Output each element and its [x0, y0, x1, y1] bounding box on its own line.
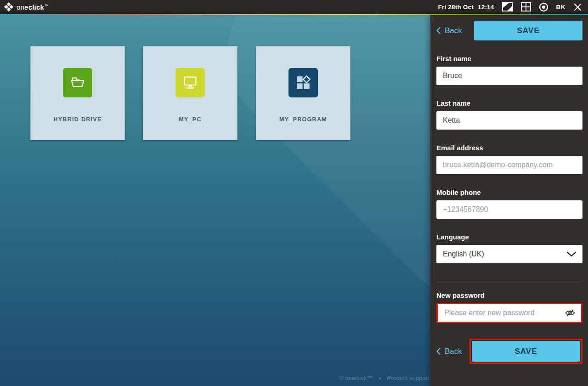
- copyright-text: © oneclick™: [339, 375, 373, 381]
- section-divider: [436, 280, 582, 280]
- annotation-highlight-save: SAVE: [469, 339, 582, 364]
- top-bar: oneclick™ Fri 28th Oct 12:14: [0, 0, 588, 14]
- page-footer: © oneclick™ ● Product support: [339, 375, 429, 381]
- apps-icon: [288, 68, 318, 97]
- panel-header: Back SAVE: [436, 21, 582, 40]
- panel-actions: Back SAVE: [436, 339, 582, 364]
- chevron-down-icon: [566, 251, 577, 257]
- save-button-bottom[interactable]: SAVE: [472, 341, 580, 362]
- monitor-icon: [175, 68, 205, 97]
- mobile-phone-field[interactable]: [436, 200, 582, 219]
- email-field[interactable]: [436, 156, 582, 174]
- new-password-label: New password: [436, 291, 582, 299]
- first-name-field[interactable]: [436, 67, 582, 85]
- chevron-left-icon: [436, 27, 441, 34]
- back-button-top[interactable]: Back: [436, 26, 462, 35]
- tile-label: HYBRID DRIVE: [53, 116, 102, 123]
- new-password-field[interactable]: [438, 304, 563, 322]
- desktop-area: HYBRID DRIVE MY_PC MY_PROGRAM © oneclick…: [0, 15, 430, 386]
- folder-icon: [63, 68, 92, 97]
- brand-logo: oneclick™: [0, 2, 48, 11]
- language-selected-value: English (UK): [443, 250, 484, 258]
- tile-label: MY_PROGRAM: [279, 116, 327, 123]
- tile-hybrid-drive[interactable]: HYBRID DRIVE: [30, 46, 125, 140]
- screen-scale-icon[interactable]: [502, 2, 513, 11]
- language-label: Language: [436, 233, 582, 241]
- close-icon[interactable]: [573, 3, 582, 11]
- chevron-left-icon: [436, 347, 441, 355]
- clock: Fri 28th Oct 12:14: [438, 4, 494, 11]
- language-select[interactable]: English (UK): [436, 245, 582, 263]
- oneclick-diamond-icon: [4, 2, 13, 11]
- annotation-highlight-password: [436, 303, 582, 323]
- tile-label: MY_PC: [179, 116, 202, 123]
- mobile-phone-label: Mobile phone: [436, 188, 582, 196]
- footer-separator-dot: ●: [379, 376, 381, 380]
- tile-my-pc[interactable]: MY_PC: [143, 46, 237, 140]
- record-icon[interactable]: [539, 2, 548, 12]
- user-initials-badge[interactable]: BK: [556, 4, 566, 11]
- eye-off-icon[interactable]: [563, 309, 581, 317]
- window-grid-icon[interactable]: [521, 2, 531, 11]
- back-button-bottom[interactable]: Back: [436, 347, 462, 356]
- date-text: Fri 28th Oct: [438, 4, 474, 11]
- email-label: Email address: [436, 144, 582, 152]
- last-name-label: Last name: [436, 99, 582, 107]
- product-support-link[interactable]: Product support: [387, 375, 430, 381]
- profile-settings-panel: Back SAVE First name Last name Email add…: [430, 15, 588, 386]
- brand-name: oneclick™: [17, 3, 48, 11]
- last-name-field[interactable]: [436, 111, 582, 130]
- first-name-label: First name: [436, 55, 582, 62]
- tile-my-program[interactable]: MY_PROGRAM: [256, 46, 351, 140]
- save-button-top[interactable]: SAVE: [474, 21, 582, 40]
- time-text: 12:14: [478, 4, 494, 11]
